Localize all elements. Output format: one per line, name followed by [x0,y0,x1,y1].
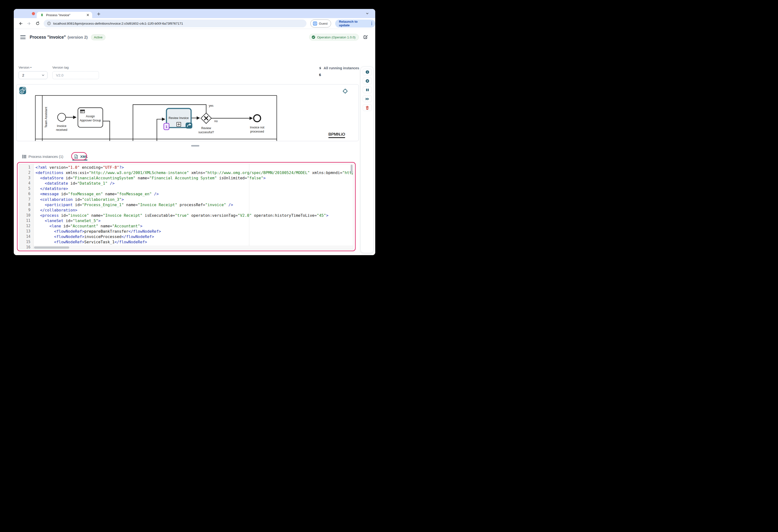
guest-label: Guest [319,22,328,25]
end-event[interactable] [254,115,261,122]
bpmn-io-logo: BPMN.iO [328,132,345,138]
fast-forward-icon [365,97,370,101]
horizontal-scrollbar[interactable] [33,246,353,249]
close-window-button[interactable] [32,12,35,15]
browser-window: Process "invoice" [14,9,375,255]
version-label: Version• [19,66,31,69]
back-icon[interactable] [17,20,24,27]
pause-icon [365,88,370,92]
panel-resize-handle[interactable] [191,145,199,147]
task-label: Approver Group [80,119,101,122]
status-badge: Active [91,34,105,40]
running-instances-label: All running instances [324,66,359,70]
page-header: Process "invoice" (version 2) Active Ope… [20,33,368,41]
play-icon [365,79,370,83]
process-actions-panel [361,67,374,253]
tab-process-instances-label: Process instances (1) [28,154,63,159]
flow-label-yes: yes [209,104,213,107]
required-marker: • [30,66,31,69]
relaunch-label: Relaunch to update [339,20,368,27]
bpmn-canvas[interactable]: Team Assistant Invoice received Assign A… [16,84,359,141]
relaunch-button[interactable]: Relaunch to update [335,19,375,27]
reload-icon[interactable] [34,20,41,27]
new-tab-button[interactable] [96,11,101,17]
call-activity-label: Review Invoice [169,117,189,120]
tab-title: Process "invoice" [46,13,86,17]
list-icon [22,155,26,158]
start-event[interactable] [58,113,66,122]
reset-viewport-icon[interactable] [342,88,348,95]
running-instances-value: 6 [319,73,360,77]
delete-button[interactable] [363,104,372,111]
site-info-icon[interactable] [47,21,51,25]
browser-toolbar: localhost:8081/bpm/process-definitions/i… [14,18,375,29]
favicon-icon [40,13,44,17]
gateway-label: successful? [199,131,214,134]
horizontal-scrollbar-thumb[interactable] [34,246,69,249]
annotation-highlight-xml-tab [71,152,87,160]
end-event-label: processed [250,130,264,133]
xml-gutter: 12345678910111213141516 [19,164,33,249]
migrate-button[interactable] [363,96,372,102]
version-tag-value: V2.0 [56,73,64,77]
business-rule-icon [80,110,85,113]
xml-code-viewer[interactable]: 12345678910111213141516 <?xml version="1… [19,164,353,249]
jump-to-subprocess-icon[interactable] [185,123,192,129]
annotation-highlight-xml-panel: 12345678910111213141516 <?xml version="1… [17,162,356,251]
xml-code-lines[interactable]: <?xml version="1.0" encoding="UTF-8"?><d… [35,165,353,249]
lightning-icon [319,66,322,70]
engine-badge: Operaton (Operaton 1.0.0) [309,34,359,41]
subprocess-plus-icon[interactable] [177,123,181,127]
page-title: Process "invoice" [30,35,66,40]
tab-process-instances[interactable]: Process instances (1) [22,154,63,159]
diagram-version-badge[interactable]: 1 2 [19,87,26,94]
version-select[interactable]: 2 [19,71,48,79]
url-bar[interactable]: localhost:8081/bpm/process-definitions/i… [44,19,306,27]
check-circle-icon [312,35,315,39]
sequence-flow [103,121,110,141]
page-title-version: (version 2) [68,35,88,40]
chevron-down-icon [41,73,45,77]
bpmn-diagram-panel[interactable]: Team Assistant Invoice received Assign A… [16,84,359,141]
flow-label-no: no [214,120,218,123]
profile-button[interactable]: Guest [310,19,331,27]
start-instance-button[interactable] [363,78,372,84]
forward-icon[interactable] [25,20,32,27]
gateway-label: Review [201,127,211,130]
version-tag-label: Version tag [52,66,69,69]
instance-count-badge: 1 [164,123,169,130]
tab-close-icon[interactable] [86,13,90,17]
trash-icon [365,106,369,110]
vertical-scrollbar-thumb[interactable] [351,165,353,173]
column-ruler [249,164,249,246]
version-tag-input[interactable]: V2.0 [52,71,99,79]
info-button[interactable] [363,69,372,75]
end-event-label: Invoice not [250,126,264,129]
badge-count-front: 2 [21,90,22,93]
version-select-value: 2 [22,73,24,77]
info-icon [365,70,370,74]
suspend-button[interactable] [363,87,372,93]
edit-icon[interactable] [363,35,368,40]
engine-badge-label: Operaton (Operaton 1.0.0) [317,35,356,39]
start-event-label: Invoice [57,124,66,128]
svg-text:1: 1 [165,125,167,129]
menu-icon[interactable] [20,35,25,39]
guest-avatar-icon [313,21,317,25]
browser-tab[interactable]: Process "invoice" [37,12,92,18]
browser-menu-icon[interactable] [371,21,373,26]
screenshot-stage: Process "invoice" [0,0,389,266]
task-label: Assign [86,115,95,118]
tab-search-chevron-icon[interactable] [365,11,370,16]
lane-label: Team Assistant [44,107,48,128]
sequence-flow [157,119,165,141]
url-text: localhost:8081/bpm/process-definitions/i… [53,22,183,25]
start-event-label: received [56,128,67,132]
app-content: Process "invoice" (version 2) Active Ope… [14,29,375,255]
running-instances-stat: All running instances 6 [319,66,360,77]
browser-tabstrip: Process "invoice" [14,9,375,18]
